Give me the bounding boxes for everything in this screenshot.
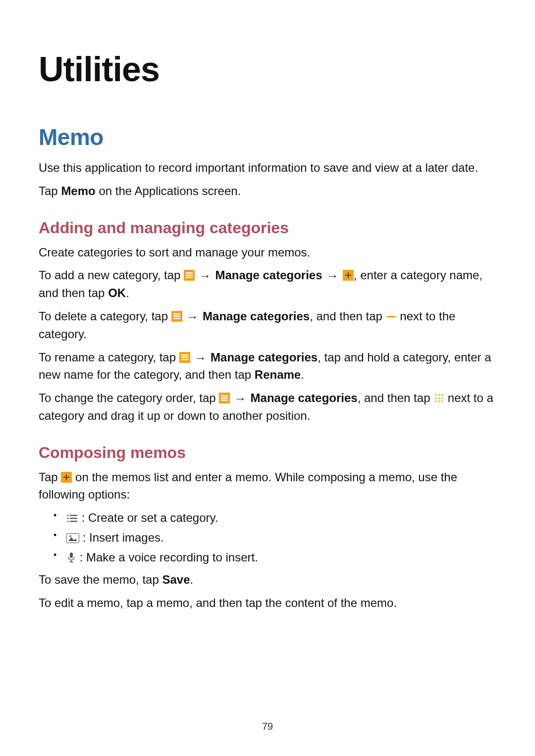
- svg-point-12: [67, 515, 68, 516]
- text: .: [126, 286, 129, 300]
- svg-rect-4: [173, 315, 180, 317]
- add-category-instruction: To add a new category, tap → Manage cate…: [39, 267, 496, 302]
- menu-icon: [171, 311, 182, 322]
- text: Tap: [39, 470, 61, 484]
- svg-rect-7: [181, 356, 188, 358]
- chapter-title: Utilities: [39, 50, 496, 89]
- svg-point-19: [69, 536, 71, 538]
- memo-app-name: Memo: [61, 184, 95, 198]
- category-list-icon: [66, 513, 78, 523]
- menu-icon: [179, 352, 190, 363]
- text: .: [190, 573, 194, 586]
- composing-options-list: : Create or set a category. : Insert ima…: [39, 509, 496, 566]
- page-number: 79: [0, 721, 535, 732]
- svg-rect-5: [173, 318, 180, 319]
- svg-rect-6: [181, 354, 188, 356]
- minus-icon: [386, 311, 397, 322]
- text: To delete a category, tap: [39, 309, 171, 323]
- svg-point-14: [67, 518, 68, 519]
- svg-rect-2: [186, 277, 193, 278]
- list-item: : Insert images.: [54, 529, 496, 547]
- plus-icon: [61, 472, 72, 483]
- save-label: Save: [162, 573, 190, 586]
- arrow-icon: →: [195, 269, 215, 282]
- svg-point-16: [67, 521, 68, 522]
- text: on the memos list and enter a memo. Whil…: [39, 470, 457, 501]
- manage-categories-label: Manage categories: [203, 309, 310, 323]
- option-text: : Create or set a category.: [78, 511, 218, 524]
- rename-category-instruction: To rename a category, tap → Manage categ…: [39, 349, 496, 384]
- save-memo-instruction: To save the memo, tap Save.: [39, 571, 496, 589]
- memo-intro-2: Tap Memo on the Applications screen.: [39, 183, 496, 200]
- subsection-title-categories: Adding and managing categories: [39, 219, 496, 237]
- svg-rect-10: [221, 398, 228, 399]
- edit-memo-instruction: To edit a memo, tap a memo, and then tap…: [39, 595, 496, 612]
- svg-rect-3: [173, 313, 180, 315]
- list-item: : Create or set a category.: [54, 509, 496, 527]
- rename-label: Rename: [255, 368, 301, 381]
- section-title-memo: Memo: [39, 124, 496, 151]
- list-item: : Make a voice recording to insert.: [54, 549, 496, 566]
- text: To rename a category, tap: [39, 351, 179, 364]
- text: To save the memo, tap: [39, 573, 162, 586]
- arrow-icon: →: [230, 392, 250, 405]
- text: , and then tap: [358, 391, 433, 404]
- text: .: [301, 368, 304, 381]
- delete-category-instruction: To delete a category, tap → Manage categ…: [39, 308, 496, 343]
- arrow-icon: →: [182, 310, 203, 323]
- categories-intro: Create categories to sort and manage you…: [39, 244, 496, 261]
- text: Tap: [39, 184, 61, 198]
- memo-intro-1: Use this application to record important…: [39, 159, 496, 177]
- microphone-icon: [66, 552, 76, 563]
- svg-rect-15: [70, 518, 77, 519]
- svg-rect-9: [221, 395, 228, 397]
- manual-page: Utilities Memo Use this application to r…: [0, 0, 535, 756]
- subsection-title-composing: Composing memos: [39, 444, 496, 462]
- ok-label: OK: [108, 286, 126, 300]
- text: To add a new category, tap: [39, 268, 184, 282]
- manage-categories-label: Manage categories: [211, 351, 318, 364]
- menu-icon: [184, 270, 195, 281]
- svg-rect-8: [181, 359, 188, 360]
- option-text: : Make a voice recording to insert.: [76, 551, 258, 564]
- menu-icon: [219, 393, 230, 403]
- svg-rect-17: [70, 521, 77, 522]
- composing-intro: Tap on the memos list and enter a memo. …: [39, 469, 496, 504]
- arrow-icon: →: [322, 269, 343, 282]
- svg-rect-0: [186, 272, 193, 274]
- svg-rect-20: [70, 553, 73, 558]
- reorder-category-instruction: To change the category order, tap → Mana…: [39, 390, 496, 425]
- text: To change the category order, tap: [39, 391, 219, 404]
- plus-icon: [343, 270, 354, 281]
- drag-handle-icon: [433, 393, 444, 403]
- manage-categories-label: Manage categories: [251, 391, 358, 404]
- svg-rect-11: [221, 400, 228, 401]
- option-text: : Insert images.: [79, 531, 164, 544]
- svg-rect-13: [70, 515, 77, 516]
- arrow-icon: →: [190, 351, 211, 364]
- image-icon: [66, 533, 79, 543]
- text: on the Applications screen.: [96, 184, 241, 198]
- manage-categories-label: Manage categories: [215, 268, 322, 282]
- svg-marker-18: [68, 537, 77, 541]
- svg-rect-1: [186, 275, 193, 276]
- text: , and then tap: [310, 309, 385, 323]
